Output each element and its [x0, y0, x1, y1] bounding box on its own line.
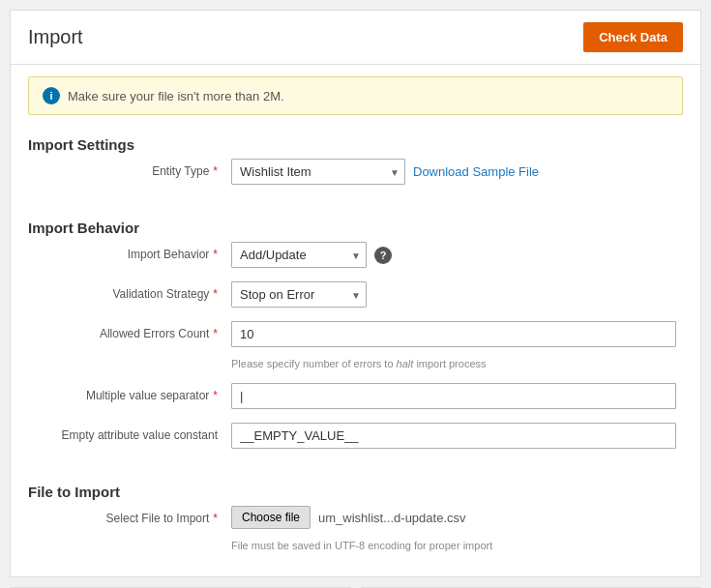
check-data-button[interactable]: Check Data [583, 22, 683, 52]
help-icon[interactable]: ? [374, 247, 392, 264]
choose-file-button[interactable]: Choose file [231, 506, 311, 529]
allowed-errors-hint: Please specify number of errors to halt … [231, 358, 683, 369]
select-file-label: Select File to Import* [28, 506, 231, 525]
multiple-value-field [231, 383, 683, 409]
behavior-field: Add/Update Replace Delete ▼ ? [231, 242, 683, 268]
entity-type-select-wrapper: Wishlist Item Products Customers Orders … [231, 159, 405, 185]
download-sample-link[interactable]: Download Sample File [413, 164, 539, 179]
file-input-row: Choose file um_wishlist...d-update.csv [231, 506, 466, 529]
validation-strategy-row: Validation Strategy* Stop on Error Skip … [28, 281, 683, 308]
allowed-errors-row: Allowed Errors Count* Please specify num… [28, 321, 683, 369]
page-header: Import Check Data [11, 11, 700, 65]
multiple-value-row: Multiple value separator* [28, 383, 683, 409]
empty-attribute-label: Empty attribute value constant [28, 423, 231, 442]
allowed-errors-field: Please specify number of errors to halt … [231, 321, 683, 369]
multiple-value-label: Multiple value separator* [28, 383, 231, 402]
file-to-import-title: File to Import [11, 474, 700, 506]
validation-strategy-field: Stop on Error Skip Error Entries ▼ [231, 281, 683, 308]
empty-attribute-field [231, 423, 683, 449]
behavior-select-wrapper: Add/Update Replace Delete ▼ [231, 242, 367, 268]
entity-type-select[interactable]: Wishlist Item Products Customers Orders [231, 159, 405, 185]
import-settings-title: Import Settings [11, 127, 700, 159]
allowed-errors-label: Allowed Errors Count* [28, 321, 231, 340]
file-hint: File must be saved in UTF-8 encoding for… [231, 540, 683, 551]
import-behavior-title: Import Behavior [11, 210, 700, 242]
select-file-row: Select File to Import* Choose file um_wi… [28, 506, 683, 551]
behavior-label: Import Behavior* [28, 242, 231, 261]
multiple-value-input[interactable] [231, 383, 676, 409]
validation-strategy-label: Validation Strategy* [28, 281, 231, 301]
file-to-import-form: Select File to Import* Choose file um_wi… [11, 506, 700, 576]
validation-select-wrapper: Stop on Error Skip Error Entries ▼ [231, 281, 367, 308]
import-settings-form: Entity Type* Wishlist Item Products Cust… [11, 159, 700, 210]
info-banner: i Make sure your file isn't more than 2M… [28, 76, 683, 115]
entity-type-field: Wishlist Item Products Customers Orders … [231, 159, 683, 185]
empty-attribute-input[interactable] [231, 423, 676, 449]
behavior-row: Import Behavior* Add/Update Replace Dele… [28, 242, 683, 268]
allowed-errors-input[interactable] [231, 321, 676, 347]
page-title: Import [28, 26, 83, 48]
empty-attribute-row: Empty attribute value constant [28, 423, 683, 449]
validation-select[interactable]: Stop on Error Skip Error Entries [231, 281, 367, 308]
select-file-field: Choose file um_wishlist...d-update.csv F… [231, 506, 683, 551]
page-wrapper: Import Check Data i Make sure your file … [0, 0, 711, 588]
main-panel: Import Check Data i Make sure your file … [10, 10, 701, 577]
entity-type-label: Entity Type* [28, 159, 231, 178]
file-name: um_wishlist...d-update.csv [318, 511, 465, 525]
info-text: Make sure your file isn't more than 2M. [68, 89, 284, 103]
entity-type-row: Entity Type* Wishlist Item Products Cust… [28, 159, 683, 185]
import-behavior-form: Import Behavior* Add/Update Replace Dele… [11, 242, 700, 474]
info-icon: i [43, 87, 60, 104]
behavior-select[interactable]: Add/Update Replace Delete [231, 242, 367, 268]
